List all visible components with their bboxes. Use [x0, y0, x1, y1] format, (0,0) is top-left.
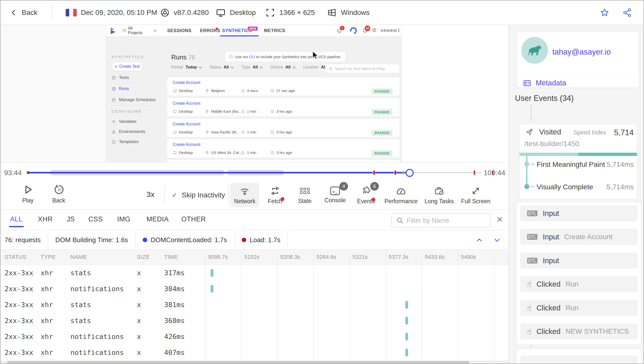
table-row[interactable]: 2xx-3xxxhrnotificationsx407ms [1, 345, 509, 360]
state-panel-button[interactable]: State [291, 183, 319, 207]
kebab-menu-icon[interactable]: ⋮ [397, 28, 401, 33]
tab-css[interactable]: CSS [88, 215, 103, 223]
scrollbar-thumb[interactable] [7, 361, 469, 363]
share-button[interactable] [622, 1, 632, 25]
jump-next-button[interactable] [492, 236, 502, 245]
filter-device[interactable]: DeviceAll [270, 65, 294, 70]
run-name-link[interactable]: Create Account [173, 122, 200, 126]
table-row[interactable]: 2xx-3xxxhrstatsx317ms [1, 265, 509, 281]
tab-img[interactable]: IMG [117, 215, 131, 223]
event-action: Input [543, 209, 559, 218]
error-marker[interactable] [474, 170, 475, 175]
tab-xhr[interactable]: XHR [38, 215, 53, 223]
event-row-partial[interactable] [521, 356, 637, 364]
full-screen-button[interactable]: Full Screen [459, 183, 493, 207]
event-input[interactable]: ⌨ Input [521, 253, 637, 268]
event-clicked[interactable]: ☝ Clicked NEW SYNTHETICS [521, 324, 637, 339]
request-waterfall-bar[interactable] [211, 269, 213, 277]
request-waterfall-bar[interactable] [405, 317, 408, 325]
long-tasks-panel-button[interactable]: Long Tasks [421, 183, 457, 207]
sidebar-item-manage-schedules[interactable]: Manage Schedules [112, 97, 156, 102]
run-name-link[interactable]: Create Account [173, 80, 200, 85]
visited-event-card[interactable]: Visited Speed Index 5,714 /test-builder/… [519, 124, 637, 199]
event-clicked[interactable]: ☝ Clicked Run [521, 276, 637, 292]
horizontal-scrollbar[interactable] [1, 360, 509, 364]
tab-metrics[interactable]: METRICS [264, 25, 285, 36]
close-panel-button[interactable]: ✕ [496, 214, 503, 224]
back-button[interactable]: Back [10, 1, 37, 25]
speed-button[interactable]: 3x [146, 190, 155, 199]
request-waterfall-bar[interactable] [405, 349, 408, 356]
project-selector[interactable]: All Projects [119, 25, 156, 36]
playhead-handle[interactable] [406, 169, 414, 177]
fetch-panel-button[interactable]: Fetch [261, 183, 289, 207]
notifications-button[interactable]: 33 [362, 28, 368, 34]
filter-status[interactable]: StatusAll [210, 65, 233, 70]
tab-all[interactable]: ALL [10, 215, 23, 223]
announcements-button[interactable]: 1 [336, 28, 343, 34]
filter-by-name-input[interactable] [407, 217, 482, 224]
console-panel-button[interactable]: >_ 4 Console [321, 183, 350, 207]
sidebar-item-runs[interactable]: Runs [112, 86, 129, 91]
gear-icon[interactable]: ⚙ [372, 27, 377, 33]
clock-icon [270, 89, 274, 93]
filter-period[interactable]: PeriodToday [171, 65, 201, 70]
sidebar-item-environments[interactable]: Environments [112, 129, 145, 134]
filter-type[interactable]: TypeAll [241, 65, 262, 70]
run-card[interactable]: Create Account PASSED [167, 160, 400, 162]
table-row[interactable]: 2xx-3xxxhrnotificationsx426ms [1, 329, 509, 345]
col-time[interactable]: TIME [164, 254, 178, 260]
run-name-link[interactable]: Create Account [173, 142, 200, 147]
tab-media[interactable]: MEDIA [146, 215, 169, 223]
run-card[interactable]: Create Account Desktop Asia Pacific (M..… [167, 119, 400, 137]
table-row[interactable]: 2xx-3xxxhrstatsx368ms [1, 313, 509, 329]
event-clicked[interactable]: ☝ Clicked Run [521, 300, 637, 316]
performance-panel-button[interactable]: Performance [382, 183, 420, 207]
test-search-box[interactable] [325, 64, 400, 73]
sidebar-item-tests[interactable]: Tests [112, 75, 129, 80]
cli-link[interactable]: CLI [249, 55, 255, 59]
tab-sessions[interactable]: SESSIONS [167, 25, 191, 36]
skip-inactivity-toggle[interactable]: ✓ Skip Inactivity [172, 191, 225, 199]
tab-synthetics[interactable]: SYNTHETICS [222, 25, 252, 36]
error-marker[interactable] [492, 170, 493, 175]
request-waterfall-bar[interactable] [405, 301, 408, 309]
metadata-button[interactable]: Metadata [523, 79, 566, 87]
event-input[interactable]: ⌨ Input [521, 206, 637, 221]
run-card[interactable]: Create Account Desktop Middle East (Ba..… [167, 98, 400, 116]
tab-other[interactable]: OTHER [181, 215, 206, 223]
run-card[interactable]: Create Account Desktop Belgium 4 secs 27… [167, 77, 400, 96]
event-input[interactable]: ⌨ Input Create Account [521, 229, 637, 245]
user-email[interactable]: tahay@asayer.io [552, 48, 611, 57]
error-marker[interactable] [395, 170, 396, 175]
filter-by-name-box[interactable] [391, 213, 491, 228]
table-row[interactable]: 2xx-3xxxhrstatsx381ms [1, 297, 509, 313]
col-name[interactable]: NAME [70, 254, 87, 260]
events-panel-button[interactable]: 6 Events [352, 183, 380, 207]
favorite-button[interactable] [600, 1, 610, 25]
sidebar-item-variables[interactable]: Variables [112, 119, 137, 124]
error-marker[interactable] [374, 170, 375, 175]
sidebar-item-templates[interactable]: Templates [112, 139, 138, 144]
col-size[interactable]: SIZE [137, 254, 150, 260]
create-test-button[interactable]: + Create Test [112, 62, 142, 71]
tab-js[interactable]: JS [67, 215, 75, 223]
event-dot[interactable] [402, 171, 405, 174]
user-menu[interactable]: KRAIEM [381, 28, 397, 33]
col-type[interactable]: TYPE [41, 254, 56, 260]
request-waterfall-bar[interactable] [405, 333, 408, 340]
clock-icon [270, 109, 274, 113]
back-10s-button[interactable]: 10 Back [52, 184, 65, 204]
play-button[interactable]: Play [22, 184, 34, 204]
tab-errors[interactable]: ERRORS [200, 25, 220, 36]
run-name-link[interactable]: Create Account [173, 101, 200, 106]
jump-previous-button[interactable] [475, 236, 484, 245]
network-request-table: 2xx-3xxxhrstatsx317ms 2xx-3xxxhrnotifica… [1, 265, 509, 360]
table-row[interactable]: 2xx-3xxxhrnotificationsx384ms [1, 281, 509, 297]
run-card[interactable]: Create Account Desktop US West (N. Cal..… [167, 139, 400, 157]
network-panel-button[interactable]: Network [230, 183, 259, 207]
col-status[interactable]: STATUS [5, 254, 27, 260]
request-waterfall-bar[interactable] [211, 285, 213, 293]
test-search-input[interactable] [335, 66, 393, 71]
pin-icon [205, 109, 209, 113]
